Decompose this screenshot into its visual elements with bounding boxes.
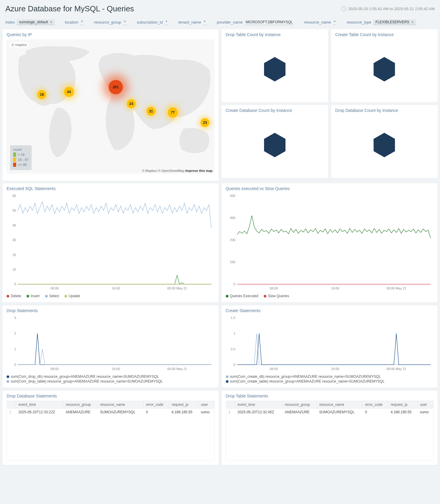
svg-text:400: 400 (230, 194, 235, 198)
map-cluster[interactable]: 44 (64, 87, 74, 97)
filter-resource-name[interactable]: resource_name * (304, 19, 336, 25)
hexagon-indicator[interactable] (264, 133, 285, 157)
panel-create-db-count: Create Database Count by Instance (222, 105, 328, 178)
table-row[interactable]: 12025-05-20T12:33:22ZANEMAAZURESUMOAZURE… (7, 409, 214, 416)
map-cluster[interactable]: 23 (200, 118, 209, 127)
mapbox-logo: ◎ mapbox (9, 42, 29, 47)
panel-drop-db-statements: Drop Database Statements event_timeresou… (2, 391, 219, 465)
svg-text:08:00: 08:00 (270, 367, 278, 371)
svg-text:1.5: 1.5 (231, 316, 235, 320)
svg-text:50: 50 (13, 209, 16, 212)
panel-drop-table-count: Drop Table Count by Instance (222, 29, 328, 102)
hexagon-indicator[interactable] (373, 57, 395, 81)
svg-text:100: 100 (230, 260, 235, 264)
filter-tenant-name[interactable]: tenant_name * (178, 19, 207, 25)
svg-text:16:00: 16:00 (331, 286, 339, 290)
clock-icon (341, 6, 346, 11)
panel-create-statements: Create Statements 00.511.508:0016:0000:0… (222, 305, 438, 388)
table-drop-db[interactable]: event_timeresource_groupresource_nameerr… (7, 401, 214, 416)
svg-text:0.5: 0.5 (231, 347, 235, 351)
chart-legend: sum(Com_drop_db) resource_group=ANEMAAZU… (7, 374, 214, 383)
header: Azure Database for MySQL - Queries 2025-… (0, 0, 440, 18)
filter-subscription-id[interactable]: subscription_id * (137, 19, 168, 25)
close-icon[interactable]: ✕ (50, 20, 53, 24)
svg-text:40: 40 (13, 224, 16, 227)
chart-legend: Queries ExecutedSlow Queries (226, 294, 434, 298)
filter-location[interactable]: location * (65, 19, 84, 25)
map-cluster[interactable]: 31 (146, 107, 155, 116)
improve-map-link[interactable]: Improve this map (185, 169, 212, 172)
svg-text:16:00: 16:00 (112, 367, 120, 371)
svg-text:00:00 May 21: 00:00 May 21 (167, 367, 187, 371)
time-range[interactable]: 2025-05-20 2:55:42 AM to 2025-05-21 2:55… (341, 6, 435, 11)
svg-text:2: 2 (14, 332, 16, 335)
svg-text:10: 10 (13, 268, 16, 271)
filter-resource-group[interactable]: resource_group * (94, 19, 127, 25)
svg-text:0: 0 (14, 282, 16, 286)
table-drop-table[interactable]: event_timeresource_groupresource_nameerr… (226, 401, 433, 416)
panel-title: Queries by IP (7, 32, 214, 37)
panel-drop-statements: Drop Statements 012308:0016:0000:00 May … (2, 305, 219, 388)
chart-legend: sum(Com_create_db) resource_group=ANEMAA… (226, 374, 434, 383)
filter-bar: Index sumologic_default✕ location * reso… (0, 18, 440, 29)
svg-text:200: 200 (230, 238, 235, 242)
svg-text:16:00: 16:00 (331, 367, 339, 371)
map-cluster[interactable]: 16 (37, 90, 46, 99)
chart-create-stmts[interactable]: 00.511.508:0016:0000:00 May 21 (226, 315, 434, 372)
map-cluster[interactable]: 24 (127, 99, 136, 108)
time-range-text: 2025-05-20 2:55:42 AM to 2025-05-21 2:55… (348, 7, 435, 11)
chart-drop-stmts[interactable]: 012308:0016:0000:00 May 21 (7, 315, 214, 372)
map-legend: count < 1616 - 87>= 88 (10, 145, 32, 170)
svg-text:3: 3 (14, 316, 16, 320)
page-title: Azure Database for MySQL - Queries (5, 4, 134, 13)
svg-text:1: 1 (233, 332, 235, 335)
panel-queries-vs-slow: Queries executed vs Slow Queries 0100200… (222, 183, 438, 302)
svg-text:08:00: 08:00 (50, 367, 58, 371)
svg-text:00:00 May 21: 00:00 May 21 (386, 367, 406, 371)
chart-queries-vs-slow[interactable]: 010020030040008:0016:0000:00 May 21 (226, 193, 434, 291)
svg-text:0: 0 (233, 363, 235, 366)
table-row[interactable]: 12025-05-20T12:32:45ZANEMAAZURESUMOAZURE… (226, 409, 433, 416)
svg-text:08:00: 08:00 (50, 286, 58, 290)
map-attribution: © Mapbox © OpenStreetMap Improve this ma… (142, 169, 212, 172)
svg-text:00:00 May 21: 00:00 May 21 (167, 286, 187, 290)
svg-text:0: 0 (14, 363, 16, 366)
chart-legend: DeleteInsertSelectUpdate (7, 294, 214, 298)
panel-drop-db-count: Drop Database Count by Instance (331, 105, 438, 178)
map-cluster[interactable]: 77 (168, 107, 178, 118)
hexagon-indicator[interactable] (373, 133, 395, 157)
chart-executed-sql[interactable]: 010203040506008:0016:0000:00 May 21 (7, 193, 214, 291)
panel-queries-by-ip: Queries by IP ◎ mapbox 164420124317723 c… (2, 29, 219, 181)
panel-executed-sql: Executed SQL Statements 010203040506008:… (2, 183, 219, 302)
hexagon-indicator[interactable] (264, 57, 285, 81)
filter-provider-name[interactable]: provider_name MICROSOFT.DBFORMYSQL (217, 19, 294, 25)
svg-text:08:00: 08:00 (270, 286, 278, 290)
svg-text:300: 300 (230, 216, 235, 220)
close-icon[interactable]: ✕ (411, 20, 414, 24)
svg-text:0: 0 (233, 282, 235, 286)
svg-text:00:00 May 21: 00:00 May 21 (386, 286, 406, 290)
svg-text:20: 20 (13, 253, 16, 257)
filter-index[interactable]: Index sumologic_default✕ (5, 19, 55, 25)
map-cluster[interactable]: 201 (109, 80, 123, 94)
filter-resource-type[interactable]: resource_type FLEXIBLESERVERS✕ (347, 19, 416, 25)
svg-text:30: 30 (13, 238, 16, 242)
svg-text:1: 1 (14, 347, 16, 351)
world-map[interactable]: ◎ mapbox 164420124317723 count < 1616 - … (7, 39, 214, 174)
panel-drop-table-statements: Drop Table Statements event_timeresource… (222, 391, 438, 465)
svg-text:16:00: 16:00 (112, 286, 120, 290)
panel-create-table-count: Create Table Count by Instance (331, 29, 438, 102)
svg-text:60: 60 (13, 194, 16, 198)
